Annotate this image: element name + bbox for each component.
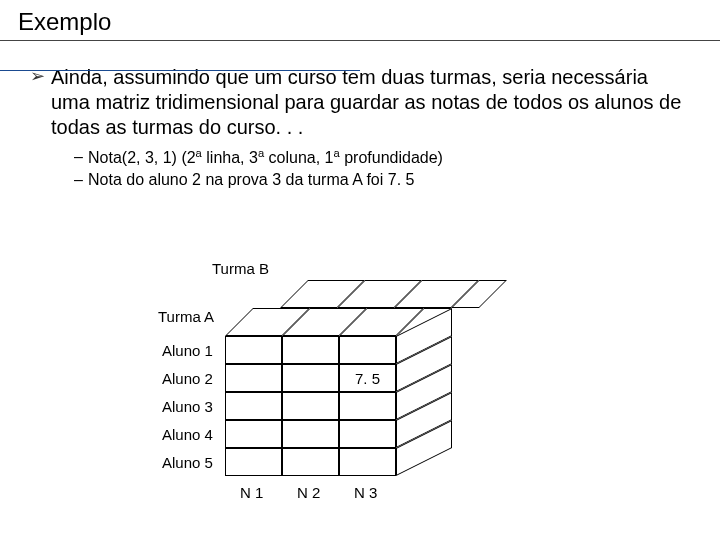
dash-icon: – xyxy=(74,169,88,191)
dash-icon: – xyxy=(74,146,88,168)
col-label-1: N 1 xyxy=(240,484,263,501)
slide-title: Exemplo xyxy=(0,0,720,41)
matrix-diagram: Turma B Turma A Aluno 1 Aluno 2 Aluno 3 … xyxy=(140,256,560,516)
side-face xyxy=(396,308,452,476)
main-bullet-text: Ainda, assumindo que um curso tem duas t… xyxy=(51,65,690,140)
sub-bullet-2-text: Nota do aluno 2 na prova 3 da turma A fo… xyxy=(88,169,414,191)
turma-a-label: Turma A xyxy=(158,308,214,325)
sub-bullet-list: – Nota(2, 3, 1) (2a linha, 3a coluna, 1a… xyxy=(0,140,720,191)
row-label-2: Aluno 2 xyxy=(162,370,213,387)
turma-b-label: Turma B xyxy=(212,260,269,277)
sub-bullet-2: – Nota do aluno 2 na prova 3 da turma A … xyxy=(74,169,690,191)
bullet-arrow-icon: ➢ xyxy=(30,65,45,88)
cell-aluno2-n3: 7. 5 xyxy=(339,364,396,392)
divider xyxy=(0,70,360,71)
row-label-3: Aluno 3 xyxy=(162,398,213,415)
top-strip xyxy=(225,308,424,336)
row-label-5: Aluno 5 xyxy=(162,454,213,471)
front-grid: 7. 5 xyxy=(225,336,396,476)
row-label-4: Aluno 4 xyxy=(162,426,213,443)
main-bullet: ➢ Ainda, assumindo que um curso tem duas… xyxy=(0,41,720,140)
back-grid xyxy=(280,280,538,308)
sub-bullet-1: – Nota(2, 3, 1) (2a linha, 3a coluna, 1a… xyxy=(74,146,690,169)
row-label-1: Aluno 1 xyxy=(162,342,213,359)
col-label-3: N 3 xyxy=(354,484,377,501)
sub-bullet-1-text: Nota(2, 3, 1) (2a linha, 3a coluna, 1a p… xyxy=(88,146,443,169)
col-label-2: N 2 xyxy=(297,484,320,501)
